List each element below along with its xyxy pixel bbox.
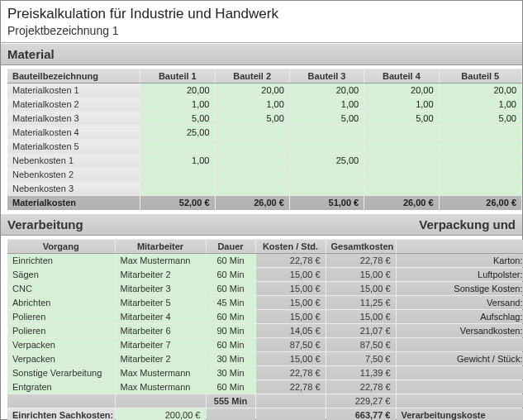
table-row: EinrichtenMax Mustermann60 Min22,78 €22,… [7,253,523,267]
material-head-label: Bauteilbezeichnung [7,69,140,84]
material-table: Bauteilbezeichnung Bauteil 1 Bauteil 2 B… [7,69,522,210]
page-title: Preiskalkulation für Industrie und Handw… [7,6,516,22]
table-row: VerpackenMitarbeiter 760 Min87,50 €87,50… [7,337,523,351]
table-row: EntgratenMax Mustermann60 Min22,78 €22,7… [7,379,523,394]
proc-head-emp: Mitarbeiter [115,239,206,253]
proc-head-rate: Kosten / Std. [255,239,326,253]
table-row: Materialkosten 21,001,001,001,001,00 [7,98,522,112]
proc-total-row: 555 Min 229,27 € [7,394,523,408]
table-row: VerpackenMitarbeiter 230 Min15,00 €7,50 … [7,351,523,365]
material-head-c0: Bauteil 1 [140,69,215,84]
table-row: Materialkosten 5 [7,140,522,154]
material-total-row: Materialkosten 52,00 € 26,00 € 51,00 € 2… [7,196,522,210]
project-name: Projektbezeichnung 1 [7,24,516,37]
table-row: Materialkosten 35,005,005,005,005,00 [7,112,522,126]
material-head-c4: Bauteil 5 [439,69,521,84]
section-material: Material [1,43,522,65]
section-processing: Verarbeitung Verpackung und [1,213,522,236]
cost-total: 229,27 € [326,394,396,408]
table-row: Nebenkosten 11,0025,00 [7,154,522,168]
table-row: Materialkosten 120,0020,0020,0020,0020,0… [7,84,522,98]
summary-row: Einrichten Sachkosten: 200,00 € 663,77 €… [7,408,523,420]
table-row: Nebenkosten 2 [7,168,522,182]
processing-table: Vorgang Mitarbeiter Dauer Kosten / Std. … [7,239,523,421]
table-row: PolierenMitarbeiter 690 Min14,05 €21,07 … [7,323,523,337]
table-row: Sonstige VerarbeitungMax Mustermann30 Mi… [7,365,523,379]
table-row: Materialkosten 425,00 [7,126,522,140]
table-row: AbrichtenMitarbeiter 545 Min15,00 €11,25… [7,295,523,309]
table-row: PolierenMitarbeiter 460 Min15,00 €15,00 … [7,309,523,323]
table-row: CNCMitarbeiter 360 Min15,00 €15,00 €Sons… [7,281,523,295]
section-packaging: Verpackung und [419,217,516,231]
material-head-c2: Bauteil 3 [289,69,364,84]
proc-head-op: Vorgang [7,239,115,253]
duration-total: 555 Min [206,394,255,408]
table-row: SägenMitarbeiter 260 Min15,00 €15,00 €Lu… [7,267,523,281]
material-head-c3: Bauteil 4 [364,69,439,84]
material-head-c1: Bauteil 2 [215,69,289,84]
proc-head-tot: Gesamtkosten [326,239,396,253]
table-row: Nebenkosten 3 [7,182,522,196]
proc-head-dur: Dauer [206,239,255,253]
